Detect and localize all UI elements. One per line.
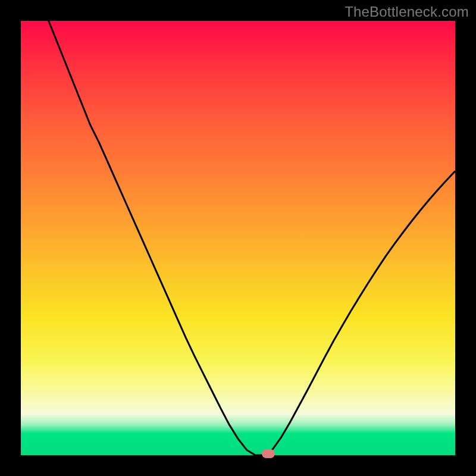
curve-path	[21, 0, 455, 455]
chart-frame: TheBottleneck.com	[0, 0, 476, 476]
bottleneck-curve	[21, 21, 455, 455]
attribution-text: TheBottleneck.com	[345, 4, 469, 20]
optimum-marker	[262, 449, 275, 458]
